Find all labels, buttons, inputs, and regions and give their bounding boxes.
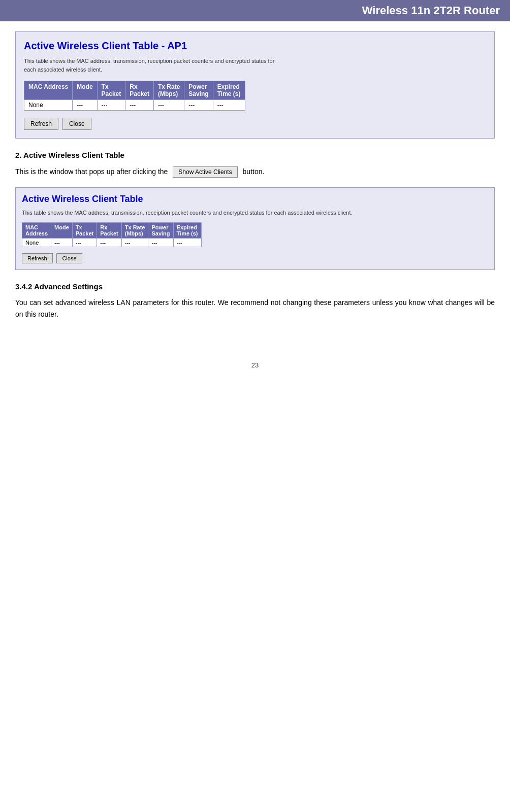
col-rx: RxPacket <box>125 81 154 100</box>
panel-active-description: This table shows the MAC address, transm… <box>22 209 488 217</box>
active-button-row: Refresh Close <box>22 253 488 263</box>
col-mode: Mode <box>73 81 97 100</box>
acol-power: PowerSaving <box>148 222 173 238</box>
cell-mode: --- <box>73 100 97 111</box>
acell-power: --- <box>148 238 173 247</box>
acell-mode: --- <box>51 238 73 247</box>
panel-ap1: Active Wireless Client Table - AP1 This … <box>15 31 495 139</box>
col-txrate: Tx Rate(Mbps) <box>153 81 184 100</box>
cell-tx: --- <box>97 100 125 111</box>
acol-tx: TxPacket <box>72 222 97 238</box>
refresh-button-ap1[interactable]: Refresh <box>24 118 58 130</box>
acell-rx: --- <box>97 238 121 247</box>
active-table-header-row: MACAddress Mode TxPacket RxPacket Tx Rat… <box>22 222 202 238</box>
col-power: PowerSaving <box>184 81 213 100</box>
show-active-clients-button[interactable]: Show Active Clients <box>173 166 237 178</box>
acol-mac: MACAddress <box>22 222 51 238</box>
header-title: Wireless 11n 2T2R Router <box>362 4 500 17</box>
close-button-ap1[interactable]: Close <box>62 118 91 130</box>
panel-ap1-description: This table shows the MAC address, transm… <box>24 57 486 74</box>
panel-active: Active Wireless Client Table This table … <box>15 187 495 270</box>
close-button-active[interactable]: Close <box>56 253 82 263</box>
acell-mac: None <box>22 238 51 247</box>
section2-inline-text: This is the window that pops up after cl… <box>15 165 495 178</box>
inline-text-before: This is the window that pops up after cl… <box>15 167 168 176</box>
ap1-client-table: MAC Address Mode TxPacket RxPacket Tx Ra… <box>24 81 245 111</box>
section3-heading: 3.4.2 Advanced Settings <box>15 282 495 291</box>
refresh-button-active[interactable]: Refresh <box>22 253 53 263</box>
acol-mode: Mode <box>51 222 73 238</box>
cell-power: --- <box>184 100 213 111</box>
panel-active-title: Active Wireless Client Table <box>22 194 488 205</box>
active-client-table: MACAddress Mode TxPacket RxPacket Tx Rat… <box>22 222 202 247</box>
cell-txrate: --- <box>153 100 184 111</box>
col-tx: TxPacket <box>97 81 125 100</box>
section3-body: You can set advanced wireless LAN parame… <box>15 297 495 321</box>
acol-expired: ExpiredTime (s) <box>173 222 201 238</box>
inline-text-after: button. <box>243 167 265 176</box>
active-table-row: None --- --- --- --- --- --- <box>22 238 202 247</box>
cell-expired: --- <box>213 100 245 111</box>
section2-heading: 2. Active Wireless Client Table <box>15 151 495 159</box>
acell-expired: --- <box>173 238 201 247</box>
acell-tx: --- <box>72 238 97 247</box>
page-header: Wireless 11n 2T2R Router <box>0 0 510 21</box>
col-mac: MAC Address <box>24 81 73 100</box>
table-row: None --- --- --- --- --- --- <box>24 100 245 111</box>
ap1-button-row: Refresh Close <box>24 118 486 130</box>
table-header-row: MAC Address Mode TxPacket RxPacket Tx Ra… <box>24 81 245 100</box>
acell-txrate: --- <box>121 238 148 247</box>
page-footer: 23 <box>15 361 495 369</box>
col-expired: ExpiredTime (s) <box>213 81 245 100</box>
acol-txrate: Tx Rate(Mbps) <box>121 222 148 238</box>
panel-ap1-title: Active Wireless Client Table - AP1 <box>24 40 486 52</box>
page-content: Active Wireless Client Table - AP1 This … <box>0 21 510 379</box>
cell-mac: None <box>24 100 73 111</box>
cell-rx: --- <box>125 100 154 111</box>
page-number: 23 <box>251 361 259 369</box>
acol-rx: RxPacket <box>97 222 121 238</box>
